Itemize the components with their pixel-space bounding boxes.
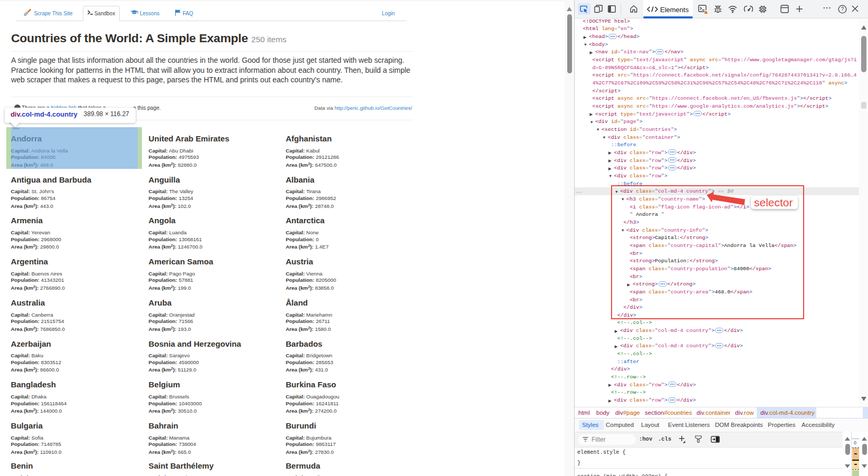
svg-text:?: ? <box>841 6 844 12</box>
